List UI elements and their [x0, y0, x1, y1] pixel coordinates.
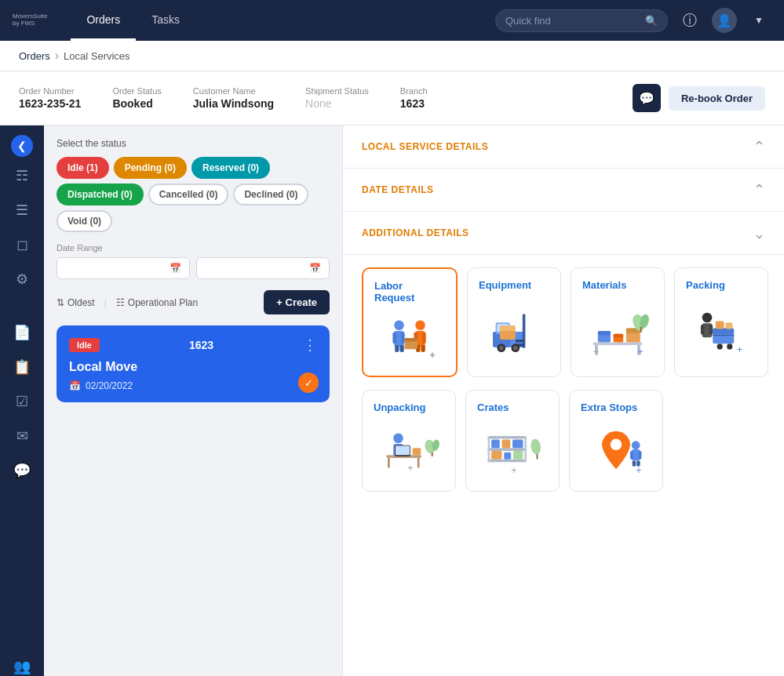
- sort-oldest[interactable]: ⇅ Oldest: [57, 297, 95, 308]
- card-top: Idle 1623 ⋮: [69, 336, 317, 354]
- status-tab-reserved[interactable]: Reserved (0): [191, 157, 270, 179]
- labor-request-card[interactable]: Labor Request: [362, 267, 458, 377]
- breadcrumb-orders[interactable]: Orders: [19, 50, 50, 62]
- status-tab-declined[interactable]: Declined (0): [233, 184, 308, 205]
- svg-rect-69: [488, 436, 490, 462]
- svg-rect-5: [399, 345, 403, 352]
- svg-rect-72: [502, 439, 511, 448]
- sidebar-icon-doc[interactable]: 📄: [6, 317, 38, 348]
- breadcrumb-sep: ›: [55, 49, 59, 63]
- svg-rect-3: [401, 333, 405, 343]
- date-range-label: Date Range: [57, 243, 330, 253]
- svg-point-6: [415, 320, 425, 330]
- sidebar-icon-clipboard[interactable]: 📋: [6, 351, 38, 383]
- additional-details-section[interactable]: ADDITIONAL DETAILS ⌃: [343, 212, 784, 255]
- unpacking-card[interactable]: Unpacking: [362, 390, 456, 492]
- crates-card[interactable]: Crates: [465, 390, 560, 492]
- left-panel: Select the status Idle (1) Pending (0) R…: [44, 125, 342, 676]
- svg-rect-26: [500, 329, 516, 340]
- message-button[interactable]: 💬: [633, 84, 661, 112]
- unpacking-title: Unpacking: [374, 402, 444, 413]
- search-area: 🔍 ⓘ 👤 ▼: [495, 8, 771, 33]
- extra-stops-card[interactable]: Extra Stops: [569, 390, 663, 492]
- equipment-card[interactable]: Equipment: [467, 267, 561, 377]
- svg-rect-60: [396, 445, 410, 455]
- svg-rect-68: [488, 459, 527, 462]
- order-card[interactable]: Idle 1623 ⋮ Local Move 📅 02/20/2022 ✓: [57, 325, 330, 402]
- shipment-status-label: Shipment Status: [305, 86, 369, 96]
- svg-rect-83: [630, 450, 633, 459]
- app-logo: MoversSuite by FWS: [13, 13, 47, 27]
- create-button[interactable]: + Create: [264, 290, 330, 314]
- packing-card[interactable]: Packing: [674, 267, 768, 377]
- svg-rect-51: [716, 321, 724, 329]
- shipment-status-field: Shipment Status None: [305, 86, 369, 110]
- status-tabs: Idle (1) Pending (0) Reserved (0) Dispat…: [57, 157, 330, 232]
- avatar[interactable]: 👤: [712, 8, 737, 33]
- sidebar-icon-cog[interactable]: ⚙: [6, 263, 38, 295]
- info-icon[interactable]: ⓘ: [677, 8, 702, 33]
- packing-illustration: +: [686, 297, 757, 365]
- svg-rect-61: [413, 448, 421, 455]
- sidebar-icon-people[interactable]: 👥: [6, 651, 38, 676]
- local-service-title: LOCAL SERVICE DETAILS: [362, 141, 488, 152]
- materials-card[interactable]: Materials: [571, 267, 665, 377]
- branch-value: 1623: [400, 97, 428, 110]
- operational-plan-button[interactable]: ☷ Operational Plan: [116, 297, 198, 308]
- additional-details-chevron: ⌃: [753, 224, 765, 242]
- order-number-label: Order Number: [19, 86, 81, 96]
- svg-point-54: [393, 433, 403, 443]
- customer-name-field: Customer Name Julia Windsong: [193, 86, 274, 110]
- search-box: 🔍: [495, 9, 668, 32]
- sidebar-icon-chat[interactable]: 💬: [6, 455, 38, 486]
- extra-stops-title: Extra Stops: [581, 402, 651, 413]
- breadcrumb: Orders › Local Services: [0, 41, 784, 71]
- nav-tab-tasks[interactable]: Tasks: [136, 0, 195, 41]
- svg-rect-75: [504, 452, 511, 459]
- local-service-section[interactable]: LOCAL SERVICE DETAILS ⌃: [343, 125, 784, 169]
- branch-label: Branch: [400, 86, 428, 96]
- sort-icon: ⇅: [57, 297, 64, 308]
- svg-point-42: [702, 312, 713, 322]
- sidebar-icon-mail[interactable]: ✉: [6, 420, 38, 452]
- sidebar-collapse-button[interactable]: ❮: [11, 135, 33, 157]
- order-number-value: 1623-235-21: [19, 97, 81, 110]
- sidebar-icon-list[interactable]: ☰: [6, 194, 38, 226]
- sidebar-icon-grid[interactable]: ☶: [6, 160, 38, 191]
- card-menu-button[interactable]: ⋮: [303, 336, 317, 354]
- status-tab-dispatched[interactable]: Dispatched (0): [57, 184, 144, 205]
- status-tab-void[interactable]: Void (0): [57, 210, 112, 232]
- svg-text:+: +: [429, 350, 435, 361]
- sidebar-icon-check[interactable]: ☑: [6, 386, 38, 417]
- svg-rect-64: [432, 452, 433, 456]
- date-to-input[interactable]: 📅: [196, 257, 330, 279]
- status-tab-idle[interactable]: Idle (1): [57, 157, 109, 179]
- svg-rect-11: [421, 345, 425, 352]
- sidebar-icons: ❮ ☶ ☰ ◻ ⚙ 📄 📋 ☑ ✉ 💬 👥: [0, 125, 44, 676]
- order-number-field: Order Number 1623-235-21: [19, 86, 81, 110]
- right-panel: LOCAL SERVICE DETAILS ⌃ DATE DETAILS ⌃ A…: [342, 125, 784, 676]
- svg-point-23: [499, 346, 503, 350]
- crates-illustration: +: [477, 420, 548, 480]
- search-input[interactable]: [505, 15, 639, 27]
- svg-rect-32: [598, 331, 611, 335]
- labor-request-illustration: +: [374, 310, 445, 365]
- status-tab-pending[interactable]: Pending (0): [114, 157, 187, 179]
- svg-rect-79: [537, 453, 538, 459]
- date-details-section[interactable]: DATE DETAILS ⌃: [343, 169, 784, 212]
- svg-rect-58: [418, 457, 420, 467]
- svg-rect-57: [388, 457, 390, 467]
- status-tab-cancelled[interactable]: Cancelled (0): [148, 184, 229, 205]
- svg-rect-2: [392, 333, 396, 343]
- card-status-badge: Idle: [69, 338, 100, 352]
- rebook-button[interactable]: Re-book Order: [669, 86, 765, 111]
- calendar-icon-from: 📅: [170, 263, 181, 274]
- nav-tab-orders[interactable]: Orders: [71, 0, 136, 41]
- crates-title: Crates: [477, 402, 548, 413]
- svg-point-78: [530, 438, 542, 455]
- chevron-down-icon[interactable]: ▼: [746, 8, 771, 33]
- equipment-illustration: [479, 297, 549, 365]
- svg-rect-70: [524, 436, 527, 462]
- date-from-input[interactable]: 📅: [57, 257, 190, 279]
- sidebar-icon-box[interactable]: ◻: [6, 229, 38, 260]
